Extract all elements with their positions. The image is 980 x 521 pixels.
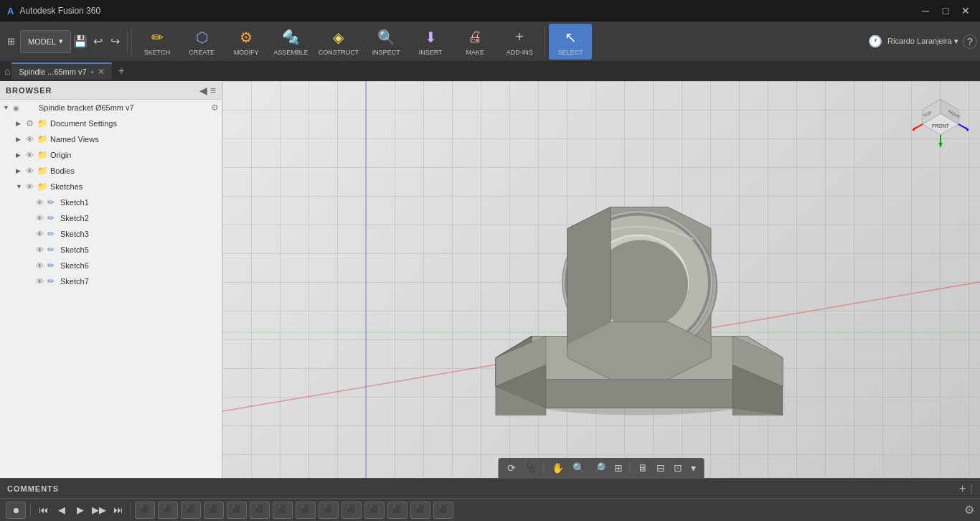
visual-dropdown[interactable]: ▾ [688, 461, 699, 475]
save-icon[interactable]: 💾 [72, 34, 88, 50]
root-settings-icon[interactable]: ⚙ [211, 103, 219, 113]
addins-label: ADD-INS [507, 49, 533, 56]
timeline-btn5[interactable]: ⬛ [227, 502, 247, 519]
timeline-btn9[interactable]: ⬛ [319, 502, 339, 519]
tree-item-bodies[interactable]: ▶ 👁 📁 Bodies [0, 163, 222, 179]
timeline-btn14[interactable]: ⬛ [433, 502, 453, 519]
timeline-btn4[interactable]: ⬛ [204, 502, 224, 519]
sketch7-label: Sketch7 [60, 277, 219, 286]
playback-toolbar: ⏺ ⏮ ◀ ▶ ▶▶ ⏭ ⬛ ⬛ ⬛ ⬛ ⬛ ⬛ ⬛ ⬛ ⬛ ⬛ ⬛ ⬛ ⬛ ⬛… [0, 498, 980, 521]
tree-item-origin[interactable]: ▶ 👁 📁 Origin [0, 147, 222, 163]
timeline-btn13[interactable]: ⬛ [410, 502, 430, 519]
timeline-btn11[interactable]: ⬛ [364, 502, 385, 519]
tree-item-sketch5[interactable]: 👁 ✏ Sketch5 [0, 242, 222, 258]
construct-group[interactable]: ◈ CONSTRUCT [314, 24, 364, 60]
grid-button[interactable]: ⊟ [654, 461, 668, 475]
step-back-button[interactable]: ⏮ [35, 502, 51, 518]
timeline-btn1[interactable]: ⬛ [135, 502, 155, 519]
orbit-button[interactable]: ⟳ [504, 461, 519, 475]
timeline-btn10[interactable]: ⬛ [341, 502, 362, 519]
camera-button[interactable]: 🎥 [522, 461, 540, 475]
display-mode-button[interactable]: 🖥 [635, 461, 651, 475]
select-icon: ↖ [560, 27, 580, 47]
record-button[interactable]: ⏺ [6, 502, 26, 519]
redo-icon[interactable]: ↪ [107, 34, 123, 50]
inspect-group[interactable]: 🔍 INSPECT [364, 24, 407, 60]
origin-expand-icon: ▶ [16, 151, 26, 159]
tree-item-docsettings[interactable]: ▶ ⚙ 📁 Document Settings [0, 116, 222, 131]
toolbar: ⊞ MODEL ▾ 💾 ↩ ↪ ✏ SKETCH ⬡ CREATE ⚙ MODI… [0, 22, 980, 61]
user-name[interactable]: Ricardo Laranjeira ▾ [887, 37, 958, 46]
browser-menu-icon[interactable]: ≡ [210, 85, 216, 96]
maximize-button[interactable]: □ [938, 4, 953, 18]
create-icon: ⬡ [192, 27, 212, 47]
play-button[interactable]: ▶ [72, 502, 88, 518]
tree-item-namedviews[interactable]: ▶ 👁 📁 Named Views [0, 131, 222, 147]
timeline-btn7[interactable]: ⬛ [273, 502, 293, 519]
timeline-btn2[interactable]: ⬛ [158, 502, 178, 519]
make-group[interactable]: 🖨 MAKE [453, 24, 496, 60]
settings-button[interactable]: ⚙ [964, 503, 974, 517]
new-tab-button[interactable]: + [113, 65, 128, 78]
sketch-label: SKETCH [144, 49, 171, 56]
tree-item-sketch2[interactable]: 👁 ✏ Sketch2 [0, 210, 222, 226]
sketch7-eye-icon: 👁 [36, 277, 47, 286]
3d-model[interactable] [453, 135, 826, 424]
tabbar: ⌂ Spindle ...65mm v7 • ✕ + [0, 61, 980, 81]
origin-folder-icon: 📁 [37, 150, 49, 160]
create-group[interactable]: ⬡ CREATE [180, 24, 223, 60]
home-icon[interactable]: ⌂ [4, 65, 10, 77]
sketch6-label: Sketch6 [60, 261, 219, 270]
tree-item-sketches[interactable]: ▼ 👁 📁 Sketches [0, 179, 222, 194]
modify-group[interactable]: ⚙ MODIFY [225, 24, 268, 60]
select-group[interactable]: ↖ SELECT [549, 24, 592, 60]
inspect-label: INSPECT [372, 49, 400, 56]
tab-close-button[interactable]: ✕ [98, 67, 105, 77]
timeline-btn3[interactable]: ⬛ [181, 502, 201, 519]
tree-item-sketch6[interactable]: 👁 ✏ Sketch6 [0, 258, 222, 273]
help-icon[interactable]: ? [963, 34, 977, 49]
undo-icon[interactable]: ↩ [90, 34, 105, 50]
viewport[interactable]: FRONT TOP RIGHT ⟳ 🎥 ✋ 🔍 🔎 ⊞ 🖥 [222, 81, 980, 478]
step-forward-button[interactable]: ⏭ [110, 502, 126, 518]
tree-item-sketch3[interactable]: 👁 ✏ Sketch3 [0, 226, 222, 242]
comments-add-icon[interactable]: + [959, 482, 966, 495]
fit-button[interactable]: ⊞ [611, 461, 626, 475]
navigation-cube[interactable]: FRONT TOP RIGHT [908, 88, 973, 153]
visual-style-button[interactable]: ⊡ [671, 461, 685, 475]
modify-label: MODIFY [234, 49, 259, 56]
zoom-out-button[interactable]: 🔎 [590, 461, 608, 475]
svg-marker-19 [938, 143, 943, 147]
insert-group[interactable]: ⬇ INSERT [409, 24, 452, 60]
grid-icon[interactable]: ⊞ [3, 34, 19, 50]
timeline-btn8[interactable]: ⬛ [296, 502, 316, 519]
zoom-in-button[interactable]: 🔍 [570, 461, 588, 475]
insert-label: INSERT [419, 49, 443, 56]
tree-item-sketch7[interactable]: 👁 ✏ Sketch7 [0, 273, 222, 289]
minimize-button[interactable]: ─ [918, 4, 933, 18]
prev-frame-button[interactable]: ◀ [54, 502, 70, 518]
pan-button[interactable]: ✋ [549, 461, 567, 475]
assemble-group[interactable]: 🔩 ASSEMBLE [269, 24, 313, 60]
tree-root[interactable]: ▼ ◉ Spindle bracket Ø65mm v7 ⚙ [0, 100, 222, 116]
bottom-panel: COMMENTS + | ⏺ ⏮ ◀ ▶ ▶▶ ⏭ ⬛ ⬛ ⬛ ⬛ ⬛ ⬛ ⬛ … [0, 478, 980, 521]
close-button[interactable]: ✕ [958, 4, 973, 18]
addins-group[interactable]: + ADD-INS [498, 24, 541, 60]
timeline-btn6[interactable]: ⬛ [250, 502, 270, 519]
insert-icon: ⬇ [420, 27, 440, 47]
model-dropdown[interactable]: MODEL ▾ [20, 30, 71, 53]
create-label: CREATE [189, 49, 215, 56]
bodies-folder-icon: 📁 [37, 166, 49, 176]
modify-icon: ⚙ [236, 27, 256, 47]
browser-collapse-icon[interactable]: ◀ [199, 85, 207, 96]
sketch-group[interactable]: ✏ SKETCH [136, 24, 179, 60]
assemble-label: ASSEMBLE [273, 49, 308, 56]
origin-eye-icon: 👁 [26, 151, 37, 159]
next-frame-button[interactable]: ▶▶ [91, 502, 107, 518]
inspect-icon: 🔍 [376, 27, 396, 47]
tab-spindle[interactable]: Spindle ...65mm v7 • ✕ [11, 62, 112, 80]
app-title: Autodesk Fusion 360 [19, 6, 100, 16]
tree-item-sketch1[interactable]: 👁 ✏ Sketch1 [0, 194, 222, 210]
history-icon[interactable]: 🕐 [867, 34, 883, 50]
timeline-btn12[interactable]: ⬛ [387, 502, 407, 519]
